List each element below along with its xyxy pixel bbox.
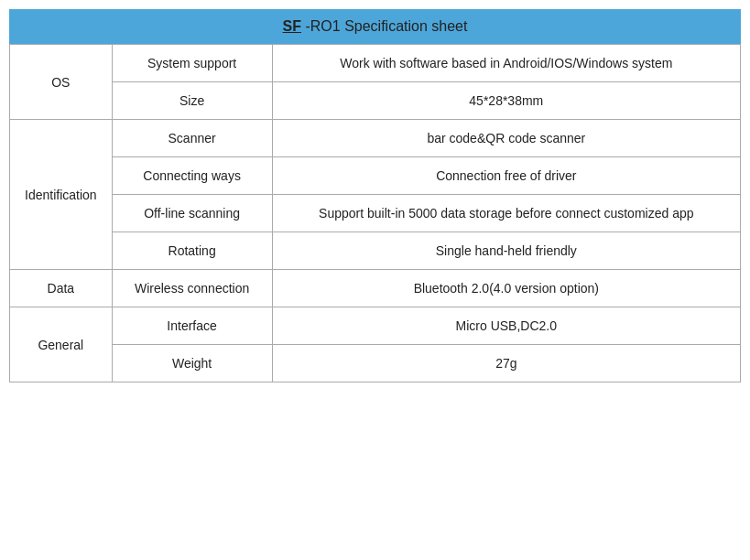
- value-cell: Single hand-held friendly: [272, 232, 740, 270]
- table-row: DataWireless connectionBluetooth 2.0(4.0…: [10, 270, 741, 307]
- value-cell: Connection free of driver: [272, 157, 740, 195]
- value-cell: Micro USB,DC2.0: [272, 307, 740, 345]
- sub-category-cell: Size: [112, 82, 272, 120]
- sub-category-cell: Rotating: [112, 232, 272, 270]
- sub-category-cell: Scanner: [112, 120, 272, 157]
- value-cell: 27g: [272, 345, 740, 382]
- table-row: RotatingSingle hand-held friendly: [10, 232, 741, 270]
- title-prefix: SF: [283, 18, 301, 34]
- title-bar: SF -RO1 Specification sheet: [9, 9, 741, 44]
- sub-category-cell: Wireless connection: [112, 270, 272, 307]
- category-cell: Data: [10, 270, 113, 307]
- main-container: SF -RO1 Specification sheet OSSystem sup…: [9, 9, 741, 560]
- title-suffix: -RO1 Specification sheet: [301, 18, 467, 34]
- sub-category-cell: Interface: [112, 307, 272, 345]
- table-row: IdentificationScannerbar code&QR code sc…: [10, 120, 741, 157]
- table-row: Size45*28*38mm: [10, 82, 741, 120]
- category-cell: Identification: [10, 120, 113, 270]
- table-row: OSSystem supportWork with software based…: [10, 45, 741, 82]
- spec-table: OSSystem supportWork with software based…: [9, 44, 741, 382]
- table-row: Weight27g: [10, 345, 741, 382]
- sub-category-cell: Connecting ways: [112, 157, 272, 195]
- table-row: Connecting waysConnection free of driver: [10, 157, 741, 195]
- table-row: Off-line scanningSupport built-in 5000 d…: [10, 195, 741, 232]
- sub-category-cell: Weight: [112, 345, 272, 382]
- value-cell: Work with software based in Android/IOS/…: [272, 45, 740, 82]
- sub-category-cell: Off-line scanning: [112, 195, 272, 232]
- value-cell: Support built-in 5000 data storage befor…: [272, 195, 740, 232]
- value-cell: Bluetooth 2.0(4.0 version option): [272, 270, 740, 307]
- table-row: GeneralInterfaceMicro USB,DC2.0: [10, 307, 741, 345]
- value-cell: bar code&QR code scanner: [272, 120, 740, 157]
- category-cell: OS: [10, 45, 113, 120]
- value-cell: 45*28*38mm: [272, 82, 740, 120]
- category-cell: General: [10, 307, 113, 382]
- sub-category-cell: System support: [112, 45, 272, 82]
